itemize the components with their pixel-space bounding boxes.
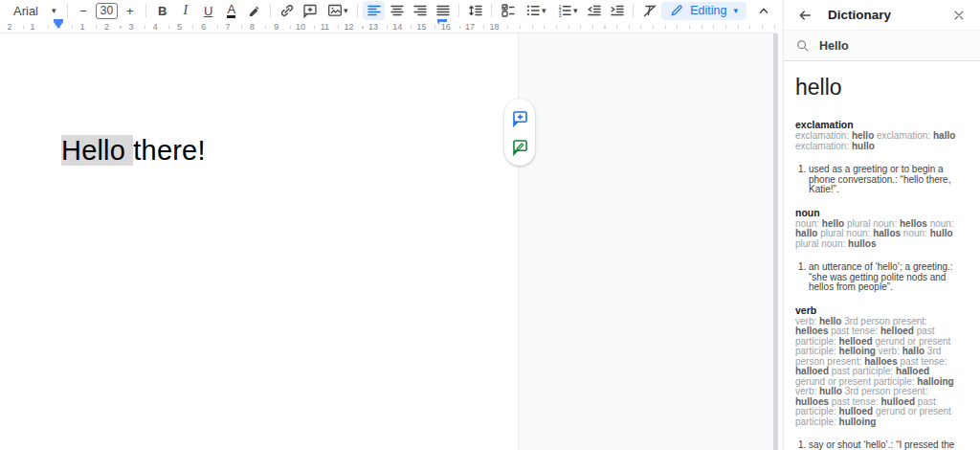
insert-image-button[interactable]: ▾ — [322, 1, 352, 20]
definitions-list: used as a greeting or to begin a phone c… — [795, 165, 961, 195]
form-label: noun: — [930, 218, 954, 229]
svg-text:3: 3 — [558, 12, 561, 18]
numbered-list-icon: 123 — [556, 2, 573, 19]
definition-item: say or shout ‘hello’.: “I pressed the ph… — [809, 440, 961, 450]
font-size-input[interactable]: 30 — [96, 3, 119, 19]
ruler-number: 1 — [78, 22, 87, 33]
align-right-button[interactable] — [409, 1, 431, 20]
font-family-value: Arial — [13, 4, 38, 18]
form-word: helloes — [795, 326, 831, 336]
toolbar-separator — [357, 4, 358, 17]
bulleted-list-button[interactable]: ▾ — [520, 1, 550, 20]
ruler-number: 9 — [272, 22, 280, 33]
ruler-number: 17 — [463, 22, 477, 33]
form-label: past tense: — [831, 326, 880, 336]
dictionary-panel-header: Dictionary — [784, 0, 980, 30]
ruler-number: 14 — [390, 22, 404, 33]
ruler-number: 1 — [28, 22, 36, 33]
form-label: exclamation: — [795, 130, 852, 141]
highlight-color-button[interactable] — [243, 1, 265, 20]
definitions-list: an utterance of ‘hello’; a greeting.: “s… — [795, 262, 961, 293]
document-canvas: Hello there! — [0, 34, 783, 450]
hide-menus-button[interactable] — [754, 1, 773, 20]
word-forms: noun: hello plural noun: hellos noun: ha… — [795, 219, 961, 250]
defined-word: hello — [795, 75, 961, 101]
dictionary-section: exclamationexclamation: hello exclamatio… — [795, 120, 961, 195]
dictionary-section: nounnoun: hello plural noun: hellos noun… — [795, 208, 961, 293]
editing-mode-selector[interactable]: Editing ▾ — [661, 2, 746, 20]
increase-indent-button[interactable] — [606, 1, 628, 20]
form-word: hullos — [848, 238, 876, 249]
justify-button[interactable] — [432, 1, 454, 20]
form-word: hulloed — [881, 396, 918, 407]
link-icon — [278, 2, 296, 19]
line-spacing-button[interactable] — [464, 1, 486, 20]
form-label: 3rd person present: — [845, 386, 928, 396]
form-word: helloing — [839, 346, 879, 356]
bold-button[interactable]: B — [151, 1, 173, 20]
form-label: verb: — [795, 386, 819, 396]
document-text-line[interactable]: Hello there! — [61, 135, 206, 167]
form-word: hulloing — [839, 416, 877, 427]
part-of-speech-label: verb — [795, 305, 961, 316]
toolbar-separator — [145, 4, 146, 17]
form-word: hullo — [930, 228, 953, 238]
form-word: hulloed — [839, 406, 876, 416]
align-right-icon — [412, 2, 429, 19]
back-arrow-icon — [797, 8, 813, 23]
suggest-edits-button[interactable] — [510, 137, 529, 156]
pencil-icon — [670, 4, 683, 17]
form-word: halloed — [896, 366, 929, 376]
decrease-indent-button[interactable] — [583, 1, 605, 20]
bulleted-list-icon — [524, 2, 542, 19]
ruler[interactable]: 21123456789101112131415161718 — [0, 21, 777, 34]
close-panel-button[interactable] — [949, 6, 969, 25]
dictionary-content[interactable]: hello exclamationexclamation: hello excl… — [784, 61, 980, 450]
align-center-button[interactable] — [386, 1, 408, 20]
form-label: past tense: — [901, 356, 947, 367]
add-comment-margin-button[interactable] — [510, 108, 529, 127]
form-label: verb: — [795, 316, 819, 326]
form-label: past participle: — [832, 366, 896, 376]
margin-action-pill — [504, 99, 535, 166]
search-icon — [795, 38, 810, 53]
dictionary-section: verbverb: hello 3rd person present: hell… — [795, 305, 961, 450]
italic-button[interactable]: I — [174, 1, 196, 20]
numbered-list-button[interactable]: 123 ▾ — [551, 1, 582, 20]
checklist-icon — [500, 2, 517, 19]
underline-button[interactable]: U — [197, 1, 219, 20]
form-word: hello — [822, 218, 847, 229]
align-left-button[interactable] — [363, 1, 385, 20]
toolbar: Arial ▾ − 30 + B I U A ▾ — [0, 0, 783, 21]
font-family-select[interactable]: Arial ▾ — [8, 1, 62, 20]
insert-link-button[interactable] — [276, 1, 298, 20]
form-word: helloed — [880, 326, 917, 336]
back-button[interactable] — [795, 6, 814, 25]
toolbar-separator — [458, 4, 459, 17]
clear-formatting-icon — [641, 2, 658, 19]
part-of-speech-label: noun — [795, 208, 961, 218]
close-icon — [952, 9, 966, 22]
decrease-font-size-button[interactable]: − — [73, 1, 95, 20]
clear-formatting-button[interactable] — [638, 1, 660, 20]
ruler-number: 18 — [487, 22, 501, 33]
document-page[interactable]: Hello there! — [0, 34, 519, 450]
add-comment-button[interactable] — [299, 1, 321, 20]
ruler-number: 10 — [294, 22, 307, 33]
checklist-button[interactable] — [497, 1, 519, 20]
ruler-number: 12 — [343, 22, 356, 33]
chevron-down-icon: ▾ — [573, 7, 578, 15]
google-docs-app: Arial ▾ − 30 + B I U A ▾ — [0, 0, 980, 450]
text-color-button[interactable]: A — [220, 1, 242, 20]
ruler-number: 4 — [151, 22, 160, 33]
dictionary-search-bar[interactable]: Hello — [784, 30, 980, 61]
toolbar-separator — [270, 4, 271, 17]
ruler-number: 2 — [102, 22, 111, 33]
left-indent-marker[interactable] — [54, 22, 63, 29]
form-word: hello — [819, 316, 844, 326]
word-forms: verb: hello 3rd person present: helloes … — [795, 317, 961, 428]
form-label: exclamation: — [795, 141, 852, 151]
increase-indent-icon — [609, 2, 626, 19]
form-word: halloes — [864, 356, 900, 367]
increase-font-size-button[interactable]: + — [119, 1, 141, 20]
